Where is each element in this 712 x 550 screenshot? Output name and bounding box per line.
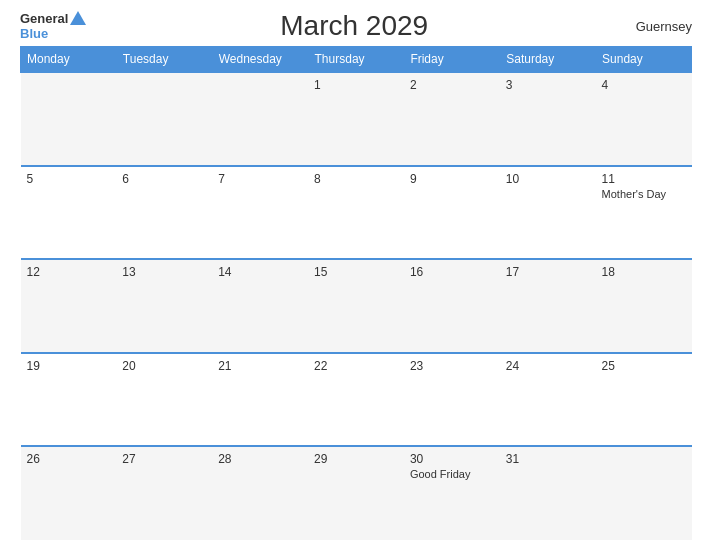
day-number: 15 — [314, 265, 398, 279]
day-number: 12 — [27, 265, 111, 279]
day-number: 18 — [602, 265, 686, 279]
day-event: Good Friday — [410, 468, 494, 480]
day-number: 30 — [410, 452, 494, 466]
day-number: 21 — [218, 359, 302, 373]
day-number: 31 — [506, 452, 590, 466]
top-bar: General Blue March 2029 Guernsey — [20, 10, 692, 42]
day-number: 27 — [122, 452, 206, 466]
calendar-day-cell: 5 — [21, 166, 117, 260]
day-number: 29 — [314, 452, 398, 466]
day-number: 3 — [506, 78, 590, 92]
day-number: 4 — [602, 78, 686, 92]
calendar-day-cell: 11Mother's Day — [596, 166, 692, 260]
day-number: 11 — [602, 172, 686, 186]
calendar-day-cell: 7 — [212, 166, 308, 260]
day-number: 19 — [27, 359, 111, 373]
day-number: 20 — [122, 359, 206, 373]
calendar-week-row: 2627282930Good Friday31 — [21, 446, 692, 540]
calendar-day-cell: 24 — [500, 353, 596, 447]
day-number: 9 — [410, 172, 494, 186]
calendar-day-cell — [596, 446, 692, 540]
calendar-day-cell: 26 — [21, 446, 117, 540]
calendar-day-cell: 2 — [404, 72, 500, 166]
calendar-day-cell: 18 — [596, 259, 692, 353]
calendar-day-cell: 19 — [21, 353, 117, 447]
day-number: 10 — [506, 172, 590, 186]
day-number: 25 — [602, 359, 686, 373]
day-number: 14 — [218, 265, 302, 279]
logo: General Blue — [20, 11, 86, 41]
day-number: 24 — [506, 359, 590, 373]
day-number: 28 — [218, 452, 302, 466]
day-number: 8 — [314, 172, 398, 186]
day-number: 17 — [506, 265, 590, 279]
calendar-day-cell: 20 — [116, 353, 212, 447]
header-saturday: Saturday — [500, 47, 596, 73]
calendar-day-cell — [212, 72, 308, 166]
logo-triangle-icon — [70, 11, 86, 25]
header-friday: Friday — [404, 47, 500, 73]
day-number: 1 — [314, 78, 398, 92]
day-number: 5 — [27, 172, 111, 186]
calendar-header-row: Monday Tuesday Wednesday Thursday Friday… — [21, 47, 692, 73]
calendar-day-cell: 22 — [308, 353, 404, 447]
calendar-table: Monday Tuesday Wednesday Thursday Friday… — [20, 46, 692, 540]
calendar-day-cell: 4 — [596, 72, 692, 166]
day-number: 2 — [410, 78, 494, 92]
header-sunday: Sunday — [596, 47, 692, 73]
day-number: 7 — [218, 172, 302, 186]
calendar-week-row: 12131415161718 — [21, 259, 692, 353]
day-number: 6 — [122, 172, 206, 186]
calendar-day-cell: 13 — [116, 259, 212, 353]
calendar-day-cell: 23 — [404, 353, 500, 447]
day-number: 22 — [314, 359, 398, 373]
calendar-day-cell: 21 — [212, 353, 308, 447]
calendar-day-cell: 1 — [308, 72, 404, 166]
calendar-week-row: 1234 — [21, 72, 692, 166]
logo-text-general: General — [20, 12, 68, 26]
calendar-day-cell: 17 — [500, 259, 596, 353]
calendar-day-cell: 12 — [21, 259, 117, 353]
calendar-day-cell: 15 — [308, 259, 404, 353]
day-event: Mother's Day — [602, 188, 686, 200]
calendar-day-cell: 10 — [500, 166, 596, 260]
day-number: 16 — [410, 265, 494, 279]
calendar-day-cell: 14 — [212, 259, 308, 353]
calendar-day-cell: 25 — [596, 353, 692, 447]
calendar-day-cell: 6 — [116, 166, 212, 260]
calendar-week-row: 567891011Mother's Day — [21, 166, 692, 260]
day-number: 23 — [410, 359, 494, 373]
calendar-day-cell: 9 — [404, 166, 500, 260]
calendar-week-row: 19202122232425 — [21, 353, 692, 447]
calendar-day-cell: 16 — [404, 259, 500, 353]
header-wednesday: Wednesday — [212, 47, 308, 73]
calendar-day-cell: 31 — [500, 446, 596, 540]
calendar-day-cell: 30Good Friday — [404, 446, 500, 540]
calendar-day-cell: 29 — [308, 446, 404, 540]
region-label: Guernsey — [622, 19, 692, 34]
logo-text-blue: Blue — [20, 27, 48, 41]
header-monday: Monday — [21, 47, 117, 73]
day-number: 13 — [122, 265, 206, 279]
calendar-day-cell: 8 — [308, 166, 404, 260]
header-thursday: Thursday — [308, 47, 404, 73]
calendar-day-cell: 3 — [500, 72, 596, 166]
calendar-title: March 2029 — [86, 10, 622, 42]
calendar-day-cell: 27 — [116, 446, 212, 540]
calendar-day-cell — [116, 72, 212, 166]
header-tuesday: Tuesday — [116, 47, 212, 73]
calendar-day-cell — [21, 72, 117, 166]
day-number: 26 — [27, 452, 111, 466]
calendar-day-cell: 28 — [212, 446, 308, 540]
